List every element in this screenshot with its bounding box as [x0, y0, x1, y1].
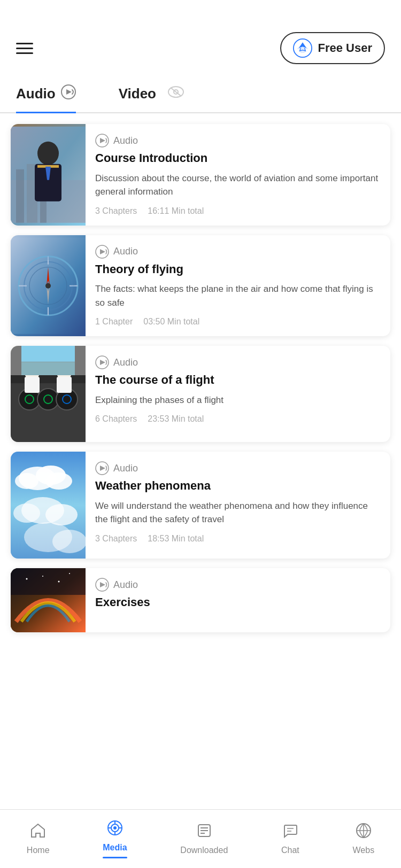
course-content: Audio Weather phenomena We will understa…: [86, 452, 390, 559]
course-desc: We will understand the weather phenomena…: [95, 499, 381, 526]
webs-icon: [356, 823, 372, 842]
course-type: Audio: [95, 134, 381, 148]
svg-marker-51: [100, 360, 105, 365]
course-desc: Discussion about the course, the world o…: [95, 172, 381, 199]
course-thumbnail: [11, 452, 86, 559]
svg-point-56: [45, 472, 72, 490]
course-type: Audio: [95, 578, 381, 592]
svg-point-61: [52, 530, 86, 553]
course-title: Exercises: [95, 595, 381, 610]
course-thumbnail: [11, 235, 86, 337]
audio-badge-icon: [95, 578, 109, 592]
course-card[interactable]: Audio The course of a flight Explaining …: [11, 346, 390, 442]
course-duration: 23:53 Min total: [148, 414, 204, 424]
audio-icon: [61, 84, 76, 103]
course-meta: 6 Chapters 23:53 Min total: [95, 414, 381, 424]
svg-point-66: [26, 578, 28, 580]
svg-line-5: [171, 88, 181, 96]
svg-marker-31: [100, 249, 105, 254]
bottom-nav: Home Media Downloaded: [0, 809, 401, 868]
course-meta: 1 Chapter 03:50 Min total: [95, 317, 381, 327]
audio-badge-icon: [95, 134, 109, 148]
svg-point-58: [45, 504, 78, 525]
course-content: Audio The course of a flight Explaining …: [86, 346, 390, 442]
hamburger-menu[interactable]: [16, 43, 33, 54]
nav-item-home[interactable]: Home: [27, 823, 50, 855]
course-type-label: Audio: [113, 357, 138, 368]
course-title: The course of a flight: [95, 373, 381, 388]
svg-rect-34: [11, 375, 86, 383]
course-thumbnail: [11, 346, 86, 442]
course-type-label: Audio: [113, 463, 138, 474]
course-type-label: Audio: [113, 135, 138, 146]
course-type-label: Audio: [113, 579, 138, 591]
chat-icon: [282, 823, 298, 842]
svg-rect-44: [57, 377, 72, 393]
svg-rect-47: [75, 346, 86, 375]
course-desc: Explaining the phases of a flight: [95, 393, 381, 407]
svg-marker-16: [100, 138, 105, 143]
audio-badge-icon: [95, 245, 109, 259]
course-type: Audio: [95, 355, 381, 369]
home-icon: [30, 823, 46, 842]
nav-item-downloaded[interactable]: Downloaded: [180, 823, 228, 855]
audio-badge-icon: [95, 461, 109, 475]
nav-home-label: Home: [27, 846, 50, 855]
eye-icon: [168, 86, 184, 101]
course-title: Theory of flying: [95, 262, 381, 277]
plane-icon: [293, 38, 312, 58]
course-chapters: 6 Chapters: [95, 414, 137, 424]
svg-rect-65: [11, 568, 86, 595]
nav-chat-label: Chat: [281, 846, 299, 855]
tab-video-label: Video: [119, 86, 156, 102]
svg-rect-49: [21, 362, 75, 375]
downloaded-icon: [196, 823, 212, 842]
tab-audio-label: Audio: [16, 86, 56, 102]
svg-point-68: [58, 581, 60, 583]
course-chapters: 3 Chapters: [95, 534, 137, 544]
svg-marker-71: [100, 582, 105, 587]
course-meta: 3 Chapters 16:11 Min total: [95, 206, 381, 216]
course-chapters: 3 Chapters: [95, 206, 137, 216]
course-content: Audio Theory of flying The facts: what k…: [86, 235, 390, 337]
course-title: Course Introduction: [95, 151, 381, 166]
svg-point-74: [113, 826, 117, 830]
course-type: Audio: [95, 461, 381, 475]
svg-point-59: [13, 503, 40, 523]
header: Free User: [0, 0, 401, 75]
course-duration: 18:53 Min total: [148, 534, 204, 544]
course-content: Audio Exercises: [86, 568, 390, 632]
nav-item-webs[interactable]: Webs: [353, 823, 375, 855]
nav-downloaded-label: Downloaded: [180, 846, 228, 855]
media-icon: [107, 820, 123, 840]
course-meta: 3 Chapters 18:53 Min total: [95, 534, 381, 544]
course-type-label: Audio: [113, 246, 138, 257]
tab-audio[interactable]: Audio: [16, 75, 76, 112]
course-title: Weather phenomena: [95, 478, 381, 494]
nav-webs-label: Webs: [353, 846, 375, 855]
svg-point-69: [69, 573, 70, 574]
course-card[interactable]: Audio Weather phenomena We will understa…: [11, 452, 390, 559]
user-badge[interactable]: Free User: [280, 32, 385, 64]
nav-item-chat[interactable]: Chat: [281, 823, 299, 855]
svg-marker-2: [66, 89, 72, 95]
svg-point-27: [45, 283, 51, 288]
course-thumbnail: [11, 568, 86, 632]
course-card[interactable]: Audio Exercises: [11, 568, 390, 632]
course-card[interactable]: Audio Theory of flying The facts: what k…: [11, 235, 390, 337]
tabs-bar: Audio Video: [0, 75, 401, 113]
course-card[interactable]: Audio Course Introduction Discussion abo…: [11, 124, 390, 226]
user-label: Free User: [318, 41, 372, 55]
course-duration: 16:11 Min total: [148, 206, 204, 216]
nav-media-label: Media: [103, 843, 127, 852]
course-desc: The facts: what keeps the plane in the a…: [95, 282, 381, 309]
course-content: Audio Course Introduction Discussion abo…: [86, 124, 390, 226]
svg-point-55: [15, 473, 38, 489]
tab-video[interactable]: Video: [119, 76, 184, 112]
svg-point-11: [37, 142, 59, 165]
course-thumbnail: [11, 124, 86, 226]
nav-item-media[interactable]: Media: [103, 820, 127, 858]
svg-marker-63: [100, 466, 105, 471]
course-type: Audio: [95, 245, 381, 259]
svg-point-67: [42, 576, 43, 577]
